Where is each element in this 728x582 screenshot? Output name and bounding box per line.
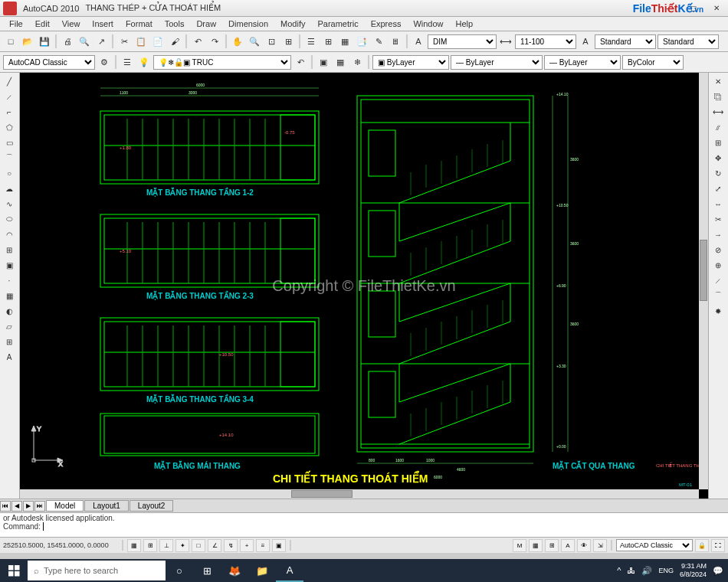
text-style-button[interactable]: A: [578, 34, 593, 49]
menu-parametric[interactable]: Parametric: [311, 18, 364, 30]
stretch-tool-icon[interactable]: ↔: [710, 197, 726, 211]
start-button[interactable]: [0, 559, 28, 582]
command-window[interactable]: or Autodesk licensed application. Comman…: [0, 512, 728, 537]
text-style-combo[interactable]: Standard: [595, 34, 656, 49]
zoom-button[interactable]: 🔍: [247, 34, 262, 49]
offset-tool-icon[interactable]: ⫽: [710, 120, 726, 134]
dyn-toggle-icon[interactable]: +: [240, 539, 254, 552]
menu-tools[interactable]: Tools: [159, 18, 191, 30]
line-tool-icon[interactable]: ╱: [2, 74, 17, 88]
taskbar-search[interactable]: ⌕ Type here to search: [28, 561, 166, 580]
otrack-toggle-icon[interactable]: ∠: [208, 539, 221, 552]
menu-view[interactable]: View: [56, 18, 87, 30]
annotation-visibility-icon[interactable]: 👁: [577, 539, 591, 552]
layer-properties-button[interactable]: ☰: [120, 54, 135, 70]
mirror-tool-icon[interactable]: ⟷: [710, 105, 726, 119]
circle-tool-icon[interactable]: ○: [2, 166, 17, 180]
menu-insert[interactable]: Insert: [86, 18, 120, 30]
ducs-toggle-icon[interactable]: ↯: [224, 539, 238, 552]
polar-toggle-icon[interactable]: ✦: [175, 539, 189, 552]
workspace-switching-combo[interactable]: AutoCAD Classic: [616, 539, 693, 551]
ellipse-arc-tool-icon[interactable]: ◠: [2, 227, 17, 241]
ortho-toggle-icon[interactable]: ⊥: [159, 539, 173, 552]
arc-tool-icon[interactable]: ⌒: [2, 151, 17, 165]
vertical-scrollbar[interactable]: [699, 73, 708, 489]
region-tool-icon[interactable]: ▱: [2, 319, 17, 333]
gradient-tool-icon[interactable]: ◐: [2, 304, 17, 318]
taskbar-clock[interactable]: 9:31 AM 6/8/2024: [680, 562, 707, 579]
menu-format[interactable]: Format: [120, 18, 159, 30]
tab-model[interactable]: Model: [46, 500, 84, 512]
copy-button[interactable]: 📋: [133, 34, 149, 49]
file-explorer-icon[interactable]: 📁: [248, 559, 276, 582]
menu-help[interactable]: Help: [450, 18, 480, 30]
trim-tool-icon[interactable]: ✂: [710, 212, 726, 226]
polyline-tool-icon[interactable]: ⌐: [2, 105, 17, 119]
grid-toggle-icon[interactable]: ⊞: [143, 539, 157, 552]
paste-button[interactable]: 📄: [150, 34, 166, 49]
language-indicator[interactable]: ENG: [658, 567, 674, 574]
model-paper-toggle-icon[interactable]: M: [513, 539, 526, 552]
osnap-toggle-icon[interactable]: □: [192, 539, 205, 552]
publish-button[interactable]: ↗: [93, 34, 109, 49]
menu-file[interactable]: File: [3, 18, 29, 30]
break-tool-icon[interactable]: ⊘: [710, 243, 726, 257]
menu-draw[interactable]: Draw: [190, 18, 222, 30]
erase-tool-icon[interactable]: ✕: [710, 74, 726, 88]
copy-tool-icon[interactable]: ⿻: [710, 90, 726, 103]
menu-window[interactable]: Window: [407, 18, 449, 30]
layer-freeze-button[interactable]: ❄: [349, 54, 365, 70]
explode-tool-icon[interactable]: ✸: [710, 304, 726, 318]
rotate-tool-icon[interactable]: ↻: [710, 166, 726, 180]
zoom-extents-button[interactable]: ⊡: [264, 34, 279, 49]
extend-tool-icon[interactable]: →: [710, 227, 726, 241]
color-combo[interactable]: ▣ ByLayer: [372, 55, 449, 70]
pan-button[interactable]: ✋: [230, 34, 245, 49]
markup-button[interactable]: ✎: [371, 34, 386, 49]
table-tool-icon[interactable]: ⊞: [2, 335, 17, 348]
cortana-icon[interactable]: ○: [166, 559, 193, 582]
fillet-tool-icon[interactable]: ⌒: [710, 289, 726, 302]
volume-icon[interactable]: 🔊: [641, 566, 652, 576]
tab-nav-last-icon[interactable]: ⏭: [34, 501, 45, 512]
workspace-settings-button[interactable]: ⚙: [97, 54, 112, 70]
qp-toggle-icon[interactable]: ▣: [272, 539, 286, 552]
quickview-layouts-icon[interactable]: ▦: [529, 539, 543, 552]
calc-button[interactable]: 🗏: [388, 34, 403, 49]
tab-nav-first-icon[interactable]: ⏮: [0, 501, 11, 512]
polygon-tool-icon[interactable]: ⬠: [2, 120, 17, 134]
array-tool-icon[interactable]: ⊞: [710, 136, 726, 149]
undo-button[interactable]: ↶: [190, 34, 205, 49]
annotation-scale-combo[interactable]: 11-100: [515, 34, 576, 49]
tab-layout2[interactable]: Layout2: [130, 500, 174, 512]
properties-button[interactable]: ☰: [303, 34, 319, 49]
drawing-canvas[interactable]: MẶT BẰNG THANG TẦNG 1-2 MẶT BẰNG THANG T…: [20, 73, 708, 499]
mtext-tool-icon[interactable]: A: [2, 350, 17, 364]
designcenter-button[interactable]: ⊞: [320, 34, 336, 49]
tab-layout1[interactable]: Layout1: [84, 500, 129, 512]
workspace-combo[interactable]: AutoCAD Classic: [3, 55, 95, 70]
spline-tool-icon[interactable]: ∿: [2, 197, 17, 211]
annotation-button[interactable]: A: [411, 34, 426, 49]
quickview-drawings-icon[interactable]: ⊞: [545, 539, 559, 552]
menu-edit[interactable]: Edit: [29, 18, 56, 30]
tab-nav-next-icon[interactable]: ▶: [23, 501, 34, 512]
horizontal-scrollbar[interactable]: [20, 489, 699, 499]
zoom-window-button[interactable]: ⊞: [280, 34, 296, 49]
network-icon[interactable]: 🖧: [627, 566, 635, 575]
hatch-tool-icon[interactable]: ▦: [2, 289, 17, 302]
revision-cloud-tool-icon[interactable]: ☁: [2, 181, 17, 195]
join-tool-icon[interactable]: ⊕: [710, 258, 726, 272]
match-button[interactable]: 🖌: [167, 34, 182, 49]
plot-button[interactable]: 🖨: [60, 34, 75, 49]
construction-line-tool-icon[interactable]: ⟋: [2, 90, 17, 103]
redo-button[interactable]: ↷: [207, 34, 222, 49]
layer-previous-button[interactable]: ↶: [293, 54, 308, 70]
sheetset-button[interactable]: 📑: [354, 34, 369, 49]
scale-tool-icon[interactable]: ⤢: [710, 181, 726, 195]
rectangle-tool-icon[interactable]: ▭: [2, 136, 17, 149]
lwt-toggle-icon[interactable]: ≡: [256, 539, 270, 552]
tray-overflow-icon[interactable]: ^: [617, 566, 621, 575]
layer-match-button[interactable]: ▣: [316, 54, 331, 70]
plotstyle-combo[interactable]: ByColor: [622, 55, 684, 70]
